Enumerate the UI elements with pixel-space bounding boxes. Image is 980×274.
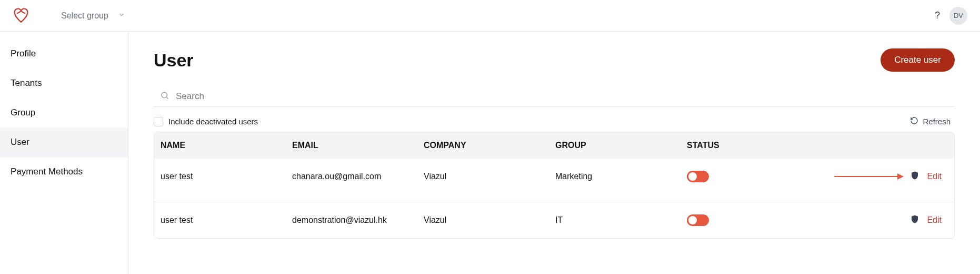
sidebar-item-profile[interactable]: Profile — [0, 39, 128, 68]
shield-icon[interactable] — [910, 214, 919, 227]
avatar-initials: DV — [954, 12, 963, 19]
svg-line-1 — [166, 97, 168, 99]
checkbox-box — [154, 117, 163, 126]
refresh-label: Refresh — [923, 117, 951, 126]
col-header-email: EMAIL — [292, 141, 424, 150]
cell-status — [687, 214, 776, 226]
main-content: User Create user Include deactivated use… — [128, 32, 980, 274]
cell-email: demonstration@viazul.hk — [292, 216, 424, 225]
refresh-icon — [910, 116, 918, 126]
edit-link[interactable]: Edit — [927, 216, 942, 225]
sidebar-item-payment-methods[interactable]: Payment Methods — [0, 157, 128, 187]
status-toggle[interactable] — [687, 171, 709, 182]
cell-name: user test — [161, 172, 292, 181]
brand-logo — [13, 7, 29, 24]
cell-group: Marketing — [555, 172, 687, 181]
sidebar-item-tenants[interactable]: Tenants — [0, 68, 128, 98]
sidebar-item-group[interactable]: Group — [0, 98, 128, 128]
cell-actions: Edit — [776, 170, 948, 183]
cell-email: chanara.ou@gmail.com — [292, 172, 424, 181]
search-bar — [154, 86, 955, 107]
col-header-name: NAME — [161, 141, 292, 150]
table-row: user test demonstration@viazul.hk Viazul… — [154, 202, 954, 238]
sidebar-item-label: Tenants — [11, 78, 42, 88]
sidebar-item-label: Payment Methods — [11, 167, 83, 177]
include-deactivated-checkbox[interactable]: Include deactivated users — [154, 117, 258, 126]
cell-actions: Edit — [776, 214, 948, 227]
refresh-button[interactable]: Refresh — [910, 116, 955, 126]
sidebar-item-user[interactable]: User — [0, 128, 128, 157]
sidebar-item-label: Profile — [11, 48, 36, 58]
cell-status — [687, 171, 776, 182]
col-header-status: STATUS — [687, 141, 776, 150]
sidebar: Profile Tenants Group User Payment Metho… — [0, 32, 128, 274]
create-user-button[interactable]: Create user — [881, 48, 955, 72]
help-icon[interactable]: ? — [935, 10, 940, 21]
checkbox-label: Include deactivated users — [168, 117, 258, 126]
cell-group: IT — [555, 216, 687, 225]
chevron-down-icon — [118, 11, 125, 21]
sidebar-item-label: Group — [11, 107, 35, 118]
page-title: User — [154, 50, 194, 71]
group-selector[interactable]: Select group — [61, 11, 125, 21]
page-header: User Create user — [154, 48, 955, 72]
table-body: user test chanara.ou@gmail.com Viazul Ma… — [154, 159, 954, 238]
col-header-group: GROUP — [555, 141, 687, 150]
col-header-company: COMPANY — [424, 141, 555, 150]
avatar[interactable]: DV — [949, 7, 967, 25]
search-input[interactable] — [176, 91, 948, 102]
cell-company: Viazul — [424, 216, 555, 225]
table-header: NAME EMAIL COMPANY GROUP STATUS — [154, 132, 954, 159]
annotation-arrow — [834, 176, 903, 177]
shield-icon[interactable] — [910, 170, 919, 183]
group-selector-label: Select group — [61, 11, 108, 21]
svg-point-0 — [162, 92, 167, 98]
search-icon — [160, 91, 169, 102]
cell-name: user test — [161, 216, 292, 225]
status-toggle[interactable] — [687, 214, 709, 226]
edit-link[interactable]: Edit — [927, 172, 942, 181]
topbar: Select group ? DV — [0, 0, 980, 32]
users-table: NAME EMAIL COMPANY GROUP STATUS user tes… — [154, 132, 955, 239]
cell-company: Viazul — [424, 172, 555, 181]
table-toolbar: Include deactivated users Refresh — [154, 116, 955, 126]
sidebar-item-label: User — [11, 137, 29, 147]
table-row: user test chanara.ou@gmail.com Viazul Ma… — [154, 159, 954, 194]
